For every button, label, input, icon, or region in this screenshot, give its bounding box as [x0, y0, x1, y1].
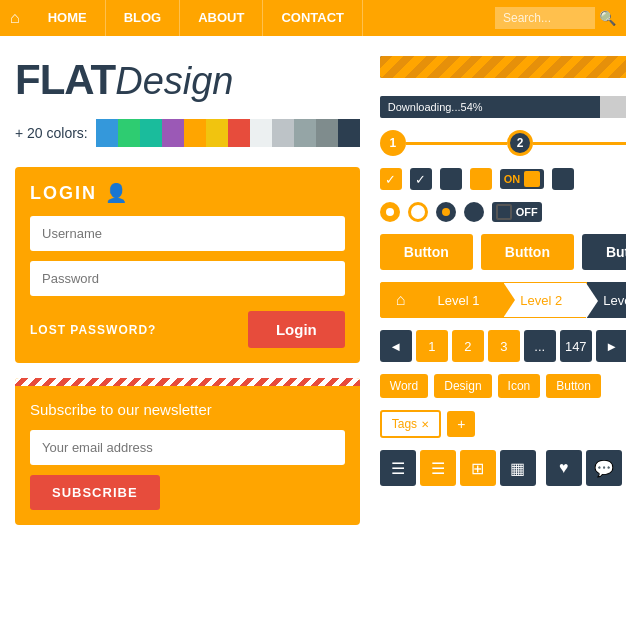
buttons-row: Button Button Button	[380, 234, 626, 270]
color-swatch	[228, 119, 250, 147]
nav-links: HOME BLOG ABOUT CONTACT	[30, 0, 495, 36]
nav-home-icon[interactable]: ⌂	[10, 9, 20, 27]
checkbox-sq-2[interactable]	[470, 168, 492, 190]
bottom-action-row: ✕ ✓	[380, 498, 626, 534]
password-input[interactable]	[30, 261, 345, 296]
pagination: ◄ 1 2 3 ... 147 ►	[380, 330, 626, 362]
toggle-off-indicator	[496, 204, 512, 220]
newsletter-box: Subscribe to our newsletter SUBSCRIBE	[15, 378, 360, 525]
colors-row: + 20 colors:	[15, 119, 360, 147]
subscribe-button[interactable]: SUBSCRIBE	[30, 475, 160, 510]
login-box: LOGIN 👤 LOST PASSWORD? Login	[15, 167, 360, 363]
color-swatch	[272, 119, 294, 147]
nav-link-blog[interactable]: BLOG	[106, 0, 181, 36]
login-title: LOGIN	[30, 183, 97, 204]
progress-label-2: Downloading...54%	[388, 101, 483, 113]
breadcrumb-level2[interactable]: Level 2	[503, 282, 587, 318]
radio-2[interactable]	[408, 202, 428, 222]
nav-link-contact[interactable]: CONTACT	[263, 0, 363, 36]
color-swatch	[140, 119, 162, 147]
navbar: ⌂ HOME BLOG ABOUT CONTACT 🔍	[0, 0, 626, 36]
toggle-on[interactable]: ON	[500, 169, 545, 189]
tag-button[interactable]: Button	[546, 374, 601, 398]
login-header: LOGIN 👤	[30, 182, 345, 204]
button-orange-2[interactable]: Button	[481, 234, 574, 270]
toggle-on-label: ON	[504, 173, 521, 185]
radio-4[interactable]	[464, 202, 484, 222]
radio-dot-inner	[442, 208, 450, 216]
newsletter-title: Subscribe to our newsletter	[30, 401, 345, 418]
progress-fill-1	[380, 56, 626, 78]
nav-search: 🔍	[495, 7, 616, 29]
breadcrumb: ⌂ Level 1 Level 2 Level 3	[380, 282, 626, 318]
tag-word[interactable]: Word	[380, 374, 428, 398]
title-design: Design	[115, 60, 233, 102]
left-column: FLATDesign + 20 colors: LOGIN 👤 LOST PAS…	[15, 56, 360, 534]
color-swatch	[206, 119, 228, 147]
color-swatch	[184, 119, 206, 147]
username-input[interactable]	[30, 216, 345, 251]
progress-fill-2: Downloading...54%	[380, 96, 600, 118]
color-swatch	[316, 119, 338, 147]
right-column: 67% Downloading...54% 1 2 3 4 ✓ ✓	[380, 56, 626, 534]
page-title: FLATDesign	[15, 56, 360, 104]
action-heart[interactable]: ♥	[546, 450, 582, 486]
pagination-page-2[interactable]: 2	[452, 330, 484, 362]
action-chat[interactable]: 💬	[586, 450, 622, 486]
tag-with-x-label: Tags	[392, 417, 417, 431]
tag-close-icon[interactable]: ✕	[421, 419, 429, 430]
progress-bar-1: 67%	[380, 56, 626, 84]
view-icons-row: ☰ ☰ ⊞ ▦	[380, 450, 536, 486]
color-swatch	[162, 119, 184, 147]
breadcrumb-home[interactable]: ⌂	[380, 282, 422, 318]
newsletter-email-input[interactable]	[30, 430, 345, 465]
stepper: 1 2 3 4	[380, 130, 626, 156]
color-swatch	[96, 119, 118, 147]
tags-row-2: Tags ✕ +	[380, 410, 626, 438]
button-dark[interactable]: Button	[582, 234, 626, 270]
view-grid-1[interactable]: ⊞	[460, 450, 496, 486]
tag-design[interactable]: Design	[434, 374, 491, 398]
step-1[interactable]: 1	[380, 130, 406, 156]
pagination-next[interactable]: ►	[596, 330, 626, 362]
bottom-icons-section: ☰ ☰ ⊞ ▦ ♥ 💬 👤 ⚙ ❮ ❯	[380, 450, 626, 486]
nav-link-home[interactable]: HOME	[30, 0, 106, 36]
user-icon: 👤	[105, 182, 129, 204]
checkbox-checked-1[interactable]: ✓	[380, 168, 402, 190]
color-swatch	[294, 119, 316, 147]
step-line-1	[406, 142, 507, 145]
login-button[interactable]: Login	[248, 311, 345, 348]
social-icons-row	[380, 498, 536, 534]
radio-3[interactable]	[436, 202, 456, 222]
checkbox-sq-1[interactable]	[440, 168, 462, 190]
pagination-ellipsis: ...	[524, 330, 556, 362]
breadcrumb-level1[interactable]: Level 1	[421, 282, 503, 318]
checkbox-sq-3[interactable]	[552, 168, 574, 190]
button-orange[interactable]: Button	[380, 234, 473, 270]
toggle-off-label: OFF	[516, 206, 538, 218]
checkbox-checked-2[interactable]: ✓	[410, 168, 432, 190]
tag-icon[interactable]: Icon	[498, 374, 541, 398]
search-input[interactable]	[495, 7, 595, 29]
toggle-off[interactable]: OFF	[492, 202, 542, 222]
main-content: FLATDesign + 20 colors: LOGIN 👤 LOST PAS…	[0, 36, 626, 554]
colors-label: + 20 colors:	[15, 125, 88, 141]
tag-add-button[interactable]: +	[447, 411, 475, 437]
color-swatch	[338, 119, 360, 147]
nav-link-about[interactable]: ABOUT	[180, 0, 263, 36]
login-footer: LOST PASSWORD? Login	[30, 311, 345, 348]
progress-bg-1	[380, 56, 626, 78]
view-grid-2[interactable]: ▦	[500, 450, 536, 486]
tag-with-x[interactable]: Tags ✕	[380, 410, 441, 438]
pagination-page-3[interactable]: 3	[488, 330, 520, 362]
step-2[interactable]: 2	[507, 130, 533, 156]
radio-1[interactable]	[380, 202, 400, 222]
pagination-page-1[interactable]: 1	[416, 330, 448, 362]
tags-row-1: Word Design Icon Button	[380, 374, 626, 398]
lost-password-link[interactable]: LOST PASSWORD?	[30, 323, 156, 337]
pagination-prev[interactable]: ◄	[380, 330, 412, 362]
view-list-1[interactable]: ☰	[380, 450, 416, 486]
pagination-last[interactable]: 147	[560, 330, 592, 362]
view-list-2[interactable]: ☰	[420, 450, 456, 486]
search-icon[interactable]: 🔍	[599, 10, 616, 26]
